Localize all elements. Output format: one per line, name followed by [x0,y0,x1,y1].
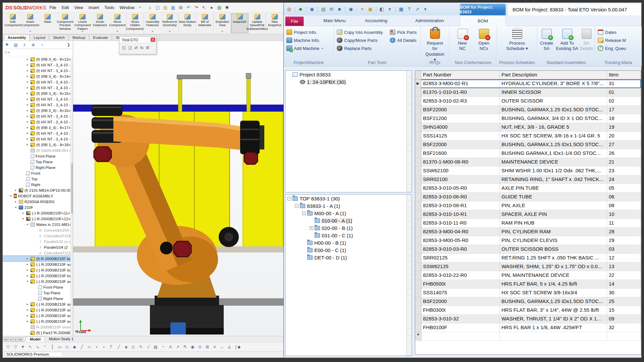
pin-icon[interactable] [139,6,143,10]
tree-row[interactable]: (-) R-2000iB210F<12> (Fre [3,216,73,222]
row-selector[interactable] [415,201,421,210]
cell-part-number[interactable]: SSW62100 [421,167,500,175]
copy-into-assembly-button[interactable]: Copy Into Assembly [334,28,387,36]
panel-tab-icon[interactable]: ▤ [13,42,19,48]
tree-row[interactable]: ∠ Coincident7118 (v [3,233,73,239]
expand-arrow-icon[interactable] [10,194,14,197]
cell-part-number[interactable]: SSW62125 [421,262,500,271]
dropdown-caret-icon[interactable]: ▾ [117,30,118,33]
panel-tab-icon[interactable]: ⚑ [4,42,10,48]
expand-arrow-icon[interactable] [27,303,31,306]
add-machine-button[interactable]: Add Machine▾ [284,44,334,52]
menu-item[interactable]: Tools [104,5,114,10]
command-button[interactable]: Bill of Materials [196,13,213,33]
sketch-tool-icon[interactable]: ▼ [20,345,25,349]
cell-part-description[interactable]: BUSHING, GARMAX,1.25 IDx1.5OD STOC... [500,140,607,149]
cell-item[interactable]: 27 [607,140,641,149]
toolbar-icon[interactable]: ❘ [317,5,319,13]
cell-item[interactable]: 29 [607,236,641,245]
toolbar-icon[interactable]: ❘ [305,5,307,13]
cell-part-number[interactable]: 82853-3-M00-04-R0 [421,228,500,236]
assembly-tree-row[interactable]: 010-00 - A (1) [285,217,412,224]
toolbar-icon[interactable]: ✱ [224,4,230,11]
table-row[interactable]: FHB0100F HRS FL BAR 1 x 1/8, 44W .425#/F… [415,323,641,332]
cell-item[interactable]: 13 [607,262,641,271]
cell-part-description[interactable]: NUT, HEX, 3/8 - 16, GRADE 5 [500,123,607,132]
cell-part-number[interactable]: 81370-1-010-01-R0 [421,88,500,97]
menu-item[interactable]: Window [120,5,135,10]
tree-row[interactable]: Right [3,182,73,187]
sketch-tool-icon[interactable]: ⊙ [197,345,203,349]
toolbar-icon[interactable]: ☻ [336,5,343,13]
cell-part-description[interactable]: HRS FLAT BAR, 3" x 1/4", 44W @ 2.55 lb/f… [500,306,607,315]
toolbar-icon[interactable]: ↖ [201,4,207,11]
command-tab[interactable]: Evaluate [89,35,112,41]
table-row[interactable]: 82853-3-010-22-R0 PIN, MAINTENANCE DEVIC… [415,271,641,280]
expand-arrow-icon[interactable] [27,263,31,266]
tree-row[interactable]: (f) HX NT - 3_4-10 - 3_ [3,130,73,136]
tree-expander-icon[interactable] [287,73,291,76]
tree-expander-icon[interactable] [302,256,306,259]
sketch-tool-icon[interactable]: ▤ [153,345,158,349]
sketch-tool-icon[interactable]: ⊞ [205,345,210,349]
cell-part-description[interactable]: RET.RING 1.25 SHFT x .050 THK BASIC ... [500,254,607,262]
tree-expander-icon[interactable] [295,204,299,208]
row-selector[interactable] [415,323,421,332]
tab-main-menu[interactable]: Main Menu [323,18,346,23]
expand-arrow-icon[interactable] [27,98,31,101]
palette-icon[interactable]: ⊞ [146,45,149,50]
cell-item[interactable]: 06 [607,193,641,201]
assembly-tree-row[interactable]: 83833-1 - A (1) [285,202,412,209]
tree-row[interactable]: (-) R-2000iB210F<11> (Fre [3,210,73,216]
cell-item[interactable]: 26 [607,149,641,158]
tree-row[interactable]: ∖ Parallel104 (2 [3,244,73,250]
toolbar-icon[interactable]: ▤ [162,4,169,11]
cell-part-number[interactable]: FHB0100F [421,323,500,332]
panel-tab-icon[interactable]: ⊕ [30,42,36,48]
row-selector[interactable] [415,210,421,219]
sketch-tool-icon[interactable]: ↖ [28,345,33,349]
cell-item[interactable]: 18 [607,114,641,123]
toolbar-icon[interactable]: ⌂ [147,4,153,11]
toolbar-icon[interactable]: ❘ [344,5,346,13]
sketch-tool-icon[interactable]: √ [146,345,151,349]
cell-part-description[interactable]: HRS FL BAR 1 x 1/8, 44W .425#/FT [500,323,607,332]
copy-move-parts-button[interactable]: Copy/Move Parts [334,36,387,44]
toolbar-icon[interactable]: ⊟ [177,4,184,11]
dropdown-caret-icon[interactable]: ▾ [222,30,223,33]
table-row[interactable]: 82853-3-010-06-R0 GUIDE TUBE 06 [415,193,641,201]
tree-row[interactable]: Right Plane [3,165,73,170]
bom-project-tab[interactable]: BOM for Project: 83833 [460,4,506,15]
cell-part-description[interactable]: PIN, AXLE [500,201,607,210]
command-button[interactable]: Exploded View ▾ [213,13,231,33]
sketch-tool-icon[interactable]: Γ [109,345,114,349]
cell-part-number[interactable]: 82853-3-010-11-R0 [421,219,500,228]
tab-nav-icon[interactable]: ◂◂ [3,337,8,342]
command-button[interactable]: Smart Fasteners [91,13,109,33]
toolbar-icon[interactable]: ❘ [294,5,296,13]
cell-part-description[interactable]: HX SOC SET SCREW, 3/8-16 x 1-1/4 GR. 5 [500,132,607,140]
cell-part-number[interactable]: 82853-3-010-06-R0 [421,193,500,201]
file-tab[interactable]: File [285,16,304,26]
cell-part-description[interactable]: HRS FLAT BAR, 5 x 1/4, 4.25 lb/ft [500,280,607,289]
toolbar-icon[interactable]: ▾ [422,5,429,13]
tree-row[interactable]: (f) HX NT - 3_4-10 - 3_ [3,119,73,125]
row-selector[interactable] [415,289,421,297]
cell-part-number[interactable]: 82853-3-010-02-R3 [421,97,500,106]
tree-expander-icon[interactable] [302,248,306,252]
sketch-tool-icon[interactable]: ╱ [79,345,85,349]
toolbar-icon[interactable]: ❘ [356,5,358,13]
table-row[interactable]: FHB0300I HRS FLAT BAR, 3" x 1/4", 44W @ … [415,306,641,315]
sketch-tool-icon[interactable]: ≡ [212,345,217,349]
table-row[interactable]: SSS14125 HX SOC SET SCREW, 3/8-16 x 1-1/… [415,132,641,140]
table-row[interactable]: SSW62125 WASHER, SHIM, 1.25" ID x 1.75" … [415,262,641,271]
tree-scroll-column[interactable] [407,195,412,356]
sketch-tool-icon[interactable]: ◉ [190,345,195,349]
tree-row[interactable]: Top Plane [3,159,73,165]
document-tab[interactable]: Motion Study 1 [45,337,77,342]
cell-item[interactable]: 08 [607,201,641,210]
tree-row[interactable]: ∠ Coincident7121 (F [3,250,73,256]
sketch-tool-icon[interactable]: A [168,345,173,349]
tree-row[interactable]: Top Plane [3,290,73,296]
project-tree-row[interactable]: Project 83833 [285,71,412,78]
